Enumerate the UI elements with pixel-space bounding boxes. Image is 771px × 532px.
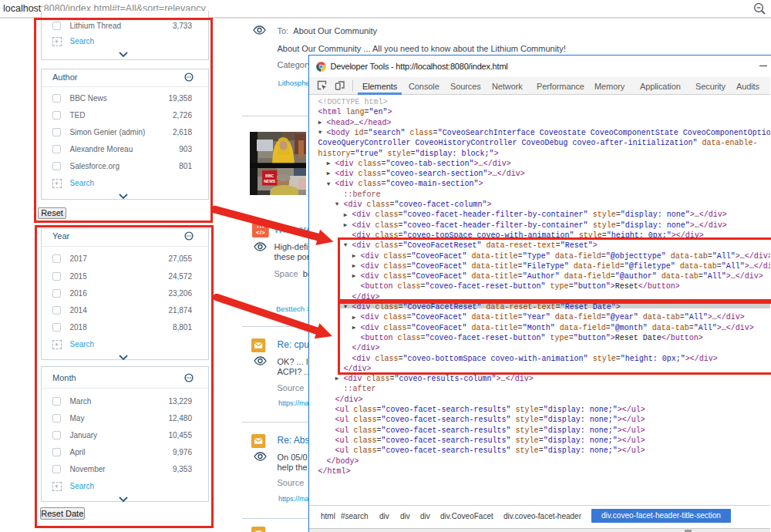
svg-text:</>: </> xyxy=(256,228,265,235)
svg-text:BBC: BBC xyxy=(265,173,274,177)
svg-text:NEWS: NEWS xyxy=(264,178,276,183)
